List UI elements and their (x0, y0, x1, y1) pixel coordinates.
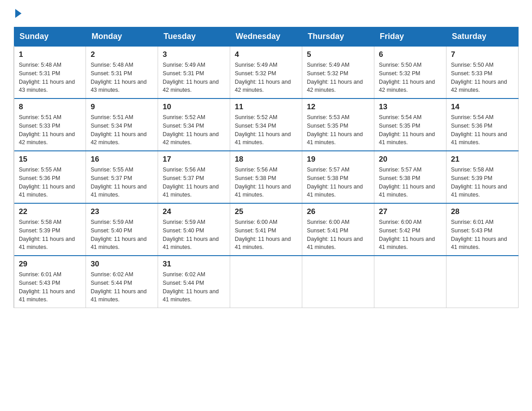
day-number: 7 (451, 50, 514, 59)
day-number: 15 (19, 155, 81, 164)
day-info: Sunrise: 6:00 AMSunset: 5:41 PMDaylight:… (307, 218, 369, 252)
day-number: 29 (19, 260, 81, 269)
day-number: 20 (379, 155, 442, 164)
day-number: 18 (235, 155, 297, 164)
day-info: Sunrise: 5:51 AMSunset: 5:34 PMDaylight:… (90, 113, 153, 147)
calendar-week-row: 1Sunrise: 5:48 AMSunset: 5:31 PMDaylight… (14, 46, 519, 98)
calendar-day-cell (302, 256, 374, 308)
day-info: Sunrise: 5:56 AMSunset: 5:38 PMDaylight:… (235, 166, 297, 199)
calendar-day-cell: 28Sunrise: 6:01 AMSunset: 5:43 PMDayligh… (446, 203, 519, 256)
day-number: 21 (451, 155, 514, 164)
calendar-day-cell: 8Sunrise: 5:51 AMSunset: 5:33 PMDaylight… (14, 98, 86, 151)
day-info: Sunrise: 5:59 AMSunset: 5:40 PMDaylight:… (163, 218, 225, 252)
day-info: Sunrise: 6:02 AMSunset: 5:44 PMDaylight:… (90, 270, 153, 304)
day-info: Sunrise: 5:54 AMSunset: 5:35 PMDaylight:… (379, 113, 442, 147)
day-number: 9 (90, 103, 153, 111)
calendar-day-cell: 26Sunrise: 6:00 AMSunset: 5:41 PMDayligh… (302, 203, 374, 256)
calendar-header-friday: Friday (374, 27, 446, 47)
day-number: 5 (307, 50, 369, 59)
calendar-day-cell: 1Sunrise: 5:48 AMSunset: 5:31 PMDaylight… (14, 46, 86, 98)
calendar-header-monday: Monday (86, 27, 158, 47)
day-info: Sunrise: 5:50 AMSunset: 5:33 PMDaylight:… (451, 61, 514, 94)
calendar-header-saturday: Saturday (446, 27, 519, 47)
day-info: Sunrise: 5:58 AMSunset: 5:39 PMDaylight:… (19, 218, 81, 252)
day-number: 8 (19, 103, 81, 111)
day-number: 25 (235, 207, 297, 216)
calendar-day-cell: 15Sunrise: 5:55 AMSunset: 5:36 PMDayligh… (14, 151, 86, 203)
day-info: Sunrise: 5:57 AMSunset: 5:38 PMDaylight:… (307, 166, 369, 199)
calendar-header-sunday: Sunday (14, 27, 86, 47)
calendar-day-cell (230, 256, 302, 308)
calendar-day-cell: 6Sunrise: 5:50 AMSunset: 5:32 PMDaylight… (374, 46, 446, 98)
day-info: Sunrise: 5:49 AMSunset: 5:32 PMDaylight:… (307, 61, 369, 94)
day-info: Sunrise: 6:01 AMSunset: 5:43 PMDaylight:… (19, 270, 81, 304)
calendar-day-cell: 25Sunrise: 6:00 AMSunset: 5:41 PMDayligh… (230, 203, 302, 256)
calendar-day-cell: 22Sunrise: 5:58 AMSunset: 5:39 PMDayligh… (14, 203, 86, 256)
day-info: Sunrise: 5:56 AMSunset: 5:37 PMDaylight:… (163, 166, 225, 199)
day-number: 12 (307, 103, 369, 111)
calendar-week-row: 22Sunrise: 5:58 AMSunset: 5:39 PMDayligh… (14, 203, 519, 256)
calendar-header-thursday: Thursday (302, 27, 374, 47)
day-number: 10 (163, 103, 225, 111)
calendar-day-cell: 19Sunrise: 5:57 AMSunset: 5:38 PMDayligh… (302, 151, 374, 203)
calendar-day-cell: 21Sunrise: 5:58 AMSunset: 5:39 PMDayligh… (446, 151, 519, 203)
day-number: 1 (19, 50, 81, 59)
calendar-day-cell: 27Sunrise: 6:00 AMSunset: 5:42 PMDayligh… (374, 203, 446, 256)
calendar-day-cell (374, 256, 446, 308)
day-info: Sunrise: 5:53 AMSunset: 5:35 PMDaylight:… (307, 113, 369, 147)
calendar-day-cell: 4Sunrise: 5:49 AMSunset: 5:32 PMDaylight… (230, 46, 302, 98)
calendar-day-cell: 30Sunrise: 6:02 AMSunset: 5:44 PMDayligh… (86, 256, 158, 308)
calendar-day-cell: 20Sunrise: 5:57 AMSunset: 5:38 PMDayligh… (374, 151, 446, 203)
day-info: Sunrise: 5:54 AMSunset: 5:36 PMDaylight:… (451, 113, 514, 147)
calendar-day-cell: 18Sunrise: 5:56 AMSunset: 5:38 PMDayligh… (230, 151, 302, 203)
day-info: Sunrise: 5:55 AMSunset: 5:36 PMDaylight:… (19, 166, 81, 199)
day-number: 22 (19, 207, 81, 216)
calendar-table: SundayMondayTuesdayWednesdayThursdayFrid… (13, 27, 519, 308)
day-info: Sunrise: 6:00 AMSunset: 5:41 PMDaylight:… (235, 218, 297, 252)
calendar-day-cell: 17Sunrise: 5:56 AMSunset: 5:37 PMDayligh… (158, 151, 230, 203)
calendar-day-cell: 31Sunrise: 6:02 AMSunset: 5:44 PMDayligh… (158, 256, 230, 308)
day-number: 11 (235, 103, 297, 111)
day-number: 26 (307, 207, 369, 216)
day-info: Sunrise: 5:52 AMSunset: 5:34 PMDaylight:… (163, 113, 225, 147)
day-info: Sunrise: 6:01 AMSunset: 5:43 PMDaylight:… (451, 218, 514, 252)
calendar-day-cell: 10Sunrise: 5:52 AMSunset: 5:34 PMDayligh… (158, 98, 230, 151)
day-number: 24 (163, 207, 225, 216)
day-number: 30 (90, 260, 153, 269)
calendar-day-cell: 7Sunrise: 5:50 AMSunset: 5:33 PMDaylight… (446, 46, 519, 98)
calendar-day-cell: 29Sunrise: 6:01 AMSunset: 5:43 PMDayligh… (14, 256, 86, 308)
day-info: Sunrise: 5:52 AMSunset: 5:34 PMDaylight:… (235, 113, 297, 147)
calendar-week-row: 15Sunrise: 5:55 AMSunset: 5:36 PMDayligh… (14, 151, 519, 203)
calendar-header-row: SundayMondayTuesdayWednesdayThursdayFrid… (14, 27, 519, 47)
calendar-day-cell (446, 256, 519, 308)
calendar-day-cell: 14Sunrise: 5:54 AMSunset: 5:36 PMDayligh… (446, 98, 519, 151)
day-number: 4 (235, 50, 297, 59)
day-info: Sunrise: 5:59 AMSunset: 5:40 PMDaylight:… (90, 218, 153, 252)
day-number: 16 (90, 155, 153, 164)
day-number: 28 (451, 207, 514, 216)
day-number: 13 (379, 103, 442, 111)
logo (13, 9, 21, 18)
day-info: Sunrise: 5:48 AMSunset: 5:31 PMDaylight:… (19, 61, 81, 94)
calendar-day-cell: 13Sunrise: 5:54 AMSunset: 5:35 PMDayligh… (374, 98, 446, 151)
calendar-day-cell: 9Sunrise: 5:51 AMSunset: 5:34 PMDaylight… (86, 98, 158, 151)
day-info: Sunrise: 5:49 AMSunset: 5:32 PMDaylight:… (235, 61, 297, 94)
calendar-week-row: 8Sunrise: 5:51 AMSunset: 5:33 PMDaylight… (14, 98, 519, 151)
day-info: Sunrise: 5:48 AMSunset: 5:31 PMDaylight:… (90, 61, 153, 94)
day-info: Sunrise: 5:58 AMSunset: 5:39 PMDaylight:… (451, 166, 514, 199)
calendar-day-cell: 3Sunrise: 5:49 AMSunset: 5:31 PMDaylight… (158, 46, 230, 98)
calendar-day-cell: 16Sunrise: 5:55 AMSunset: 5:37 PMDayligh… (86, 151, 158, 203)
day-info: Sunrise: 5:57 AMSunset: 5:38 PMDaylight:… (379, 166, 442, 199)
day-number: 19 (307, 155, 369, 164)
calendar-day-cell: 23Sunrise: 5:59 AMSunset: 5:40 PMDayligh… (86, 203, 158, 256)
day-number: 6 (379, 50, 442, 59)
calendar-week-row: 29Sunrise: 6:01 AMSunset: 5:43 PMDayligh… (14, 256, 519, 308)
day-number: 14 (451, 103, 514, 111)
calendar-day-cell: 5Sunrise: 5:49 AMSunset: 5:32 PMDaylight… (302, 46, 374, 98)
day-info: Sunrise: 5:50 AMSunset: 5:32 PMDaylight:… (379, 61, 442, 94)
day-number: 23 (90, 207, 153, 216)
logo-blue-text (13, 9, 21, 18)
calendar-day-cell: 2Sunrise: 5:48 AMSunset: 5:31 PMDaylight… (86, 46, 158, 98)
logo-arrow-icon (15, 9, 21, 18)
day-info: Sunrise: 5:55 AMSunset: 5:37 PMDaylight:… (90, 166, 153, 199)
